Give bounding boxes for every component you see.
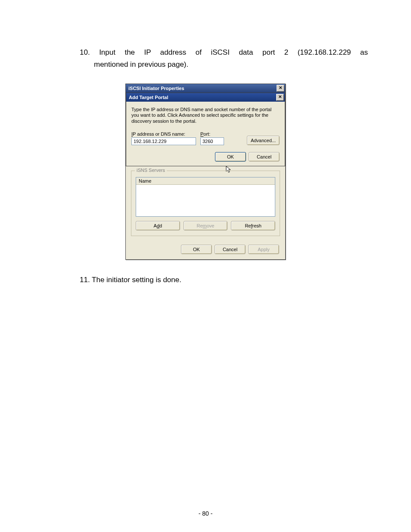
isns-servers-group: iSNS Servers Name Add Remove Refresh	[131, 171, 280, 236]
outer-title-text: iSCSI Initiator Properties	[128, 86, 184, 91]
port-label: Port:	[200, 131, 224, 137]
advanced-button[interactable]: Advanced...	[247, 136, 280, 145]
ip-input[interactable]	[131, 137, 196, 145]
outer-cancel-button[interactable]: Cancel	[215, 245, 246, 254]
outer-titlebar: iSCSI Initiator Properties ✕	[126, 84, 285, 93]
remove-button: Remove	[184, 221, 228, 230]
ip-label: IP address or DNS name:	[131, 131, 196, 137]
outer-apply-button: Apply	[248, 245, 279, 254]
modal-titlebar: Add Target Portal ✕	[126, 93, 285, 102]
isns-name-header: Name	[136, 177, 275, 185]
step-10-line-1: 10. Input the IP address of iSCSI data p…	[43, 47, 368, 58]
close-icon[interactable]: ✕	[276, 94, 284, 101]
add-button[interactable]: Add	[136, 221, 180, 230]
outer-ok-button[interactable]: OK	[181, 245, 212, 254]
step-11: 11. The initiator setting is done.	[43, 275, 368, 285]
close-icon[interactable]: ✕	[277, 85, 284, 92]
isns-listbox[interactable]: Name	[136, 177, 275, 217]
iscsi-initiator-properties-window: iSCSI Initiator Properties ✕ Add Target …	[125, 84, 286, 260]
isns-legend: iSNS Servers	[135, 168, 167, 173]
add-target-portal-dialog: Add Target Portal ✕ Type the IP address …	[126, 93, 285, 166]
port-input[interactable]	[200, 137, 224, 145]
modal-description: Type the IP address or DNS name and sock…	[131, 107, 280, 124]
refresh-button[interactable]: Refresh	[231, 221, 275, 230]
modal-title-text: Add Target Portal	[129, 95, 168, 100]
cancel-button[interactable]: Cancel	[249, 152, 280, 162]
ok-button[interactable]: OK	[215, 152, 246, 162]
step-10-line-2: mentioned in previous page).	[43, 59, 368, 70]
screenshot: iSCSI Initiator Properties ✕ Add Target …	[125, 84, 286, 260]
page-number: - 80 -	[0, 510, 411, 517]
